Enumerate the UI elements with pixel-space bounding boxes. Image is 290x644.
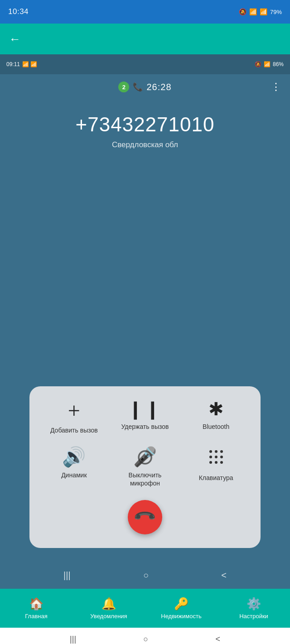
- inner-status-bar: 09:11 📶 📶 🔕 📶 86%: [0, 54, 290, 74]
- android-nav: ||| ○ <: [0, 562, 290, 589]
- keypad-button[interactable]: Клавиатура: [189, 447, 243, 482]
- call-phone-icon: 📞: [133, 82, 143, 92]
- app-header: ←: [0, 24, 290, 54]
- add-call-label: Добавить вызов: [50, 426, 98, 434]
- call-timer: 26:28: [146, 82, 171, 92]
- add-call-icon: +: [68, 400, 80, 422]
- bluetooth-label: Bluetooth: [203, 423, 229, 431]
- controls-row-1: + Добавить вызов ❙❙ Удержать вызов ✱ Blu…: [39, 400, 251, 434]
- mute-icon: 🎤 ⊘: [133, 447, 157, 466]
- end-call-button[interactable]: 📞: [128, 500, 162, 534]
- hold-call-label: Удержать вызов: [121, 423, 169, 431]
- property-icon: 🔑: [174, 597, 188, 611]
- inner-battery: 86%: [273, 61, 284, 67]
- add-call-button[interactable]: + Добавить вызов: [47, 400, 101, 434]
- controls-panel: + Добавить вызов ❙❙ Удержать вызов ✱ Blu…: [29, 386, 261, 548]
- android-back-button[interactable]: <: [221, 570, 227, 581]
- mute-button[interactable]: 🎤 ⊘ Выключить микрофон: [118, 447, 172, 487]
- sys-home-button[interactable]: ○: [143, 634, 148, 644]
- nav-item-home[interactable]: 🏠 Главная: [9, 597, 63, 620]
- svg-point-6: [209, 461, 212, 464]
- speaker-label: Динамик: [61, 471, 87, 479]
- svg-point-2: [220, 450, 223, 453]
- nav-item-notifications[interactable]: 🔔 Уведомления: [82, 597, 136, 620]
- settings-icon: ⚙️: [246, 597, 261, 611]
- svg-point-1: [215, 450, 218, 453]
- android-home-button[interactable]: ○: [143, 570, 149, 581]
- inner-mute-icon: 🔕: [255, 61, 261, 67]
- call-info-bar: 2 📞 26:28 ⋮: [0, 74, 290, 100]
- sys-menu-button[interactable]: |||: [70, 634, 76, 644]
- end-call-row: 📞: [39, 500, 251, 534]
- bluetooth-icon: ✱: [208, 400, 224, 418]
- svg-point-0: [209, 450, 212, 453]
- sys-back-button[interactable]: <: [215, 634, 220, 644]
- bluetooth-button[interactable]: ✱ Bluetooth: [189, 400, 243, 431]
- svg-point-4: [215, 456, 218, 458]
- call-badge: 2: [118, 82, 129, 92]
- mute-label: Выключить микрофон: [118, 471, 172, 487]
- notifications-icon: 🔔: [102, 597, 116, 611]
- inner-status-left: 09:11 📶 📶: [6, 61, 37, 67]
- outer-status-bar: 10:34 🔕 📶 📶 79%: [0, 0, 290, 24]
- phone-number: +73432271010: [76, 113, 215, 136]
- mute-icon: 🔕: [239, 8, 246, 15]
- inner-signal-icon: 📶: [264, 61, 271, 67]
- app-bottom-nav: 🏠 Главная 🔔 Уведомления 🔑 Недвижимость ⚙…: [0, 589, 290, 628]
- nav-item-settings[interactable]: ⚙️ Настройки: [227, 597, 281, 620]
- android-menu-button[interactable]: |||: [63, 570, 71, 581]
- inner-icons: 📶 📶: [22, 61, 37, 67]
- status-time: 10:34: [8, 7, 29, 16]
- phone-region: Свердловская обл: [112, 140, 178, 149]
- battery-indicator: 79%: [270, 9, 282, 15]
- nav-item-property[interactable]: 🔑 Недвижимость: [154, 597, 208, 620]
- svg-point-3: [209, 456, 212, 458]
- svg-point-5: [220, 456, 223, 458]
- keypad-label: Клавиатура: [199, 474, 233, 482]
- phone-screen: 09:11 📶 📶 🔕 📶 86% 2 📞 26:28 ⋮ +734322710…: [0, 54, 290, 589]
- speaker-icon: 🔊: [62, 447, 86, 466]
- system-nav: ||| ○ <: [0, 628, 290, 644]
- wifi-icon: 📶: [249, 8, 257, 15]
- hold-call-icon: ❙❙: [128, 400, 162, 418]
- home-label: Главная: [25, 613, 47, 620]
- property-label: Недвижимость: [161, 613, 201, 620]
- back-button[interactable]: ←: [9, 32, 21, 46]
- end-call-icon: 📞: [132, 505, 157, 529]
- inner-status-right: 🔕 📶 86%: [255, 61, 284, 67]
- svg-point-8: [220, 461, 223, 464]
- signal-icon: 📶: [260, 8, 267, 15]
- svg-point-7: [215, 461, 218, 464]
- notifications-label: Уведомления: [90, 613, 127, 620]
- controls-row-2: 🔊 Динамик 🎤 ⊘ Выключить микрофон: [39, 447, 251, 487]
- settings-label: Настройки: [239, 613, 268, 620]
- speaker-button[interactable]: 🔊 Динамик: [47, 447, 101, 479]
- status-icons: 🔕 📶 📶 79%: [239, 8, 282, 15]
- inner-time: 09:11: [6, 61, 20, 67]
- call-more-button[interactable]: ⋮: [271, 81, 281, 93]
- hold-call-button[interactable]: ❙❙ Удержать вызов: [118, 400, 172, 431]
- home-icon: 🏠: [29, 597, 44, 611]
- keypad-icon: [207, 447, 226, 469]
